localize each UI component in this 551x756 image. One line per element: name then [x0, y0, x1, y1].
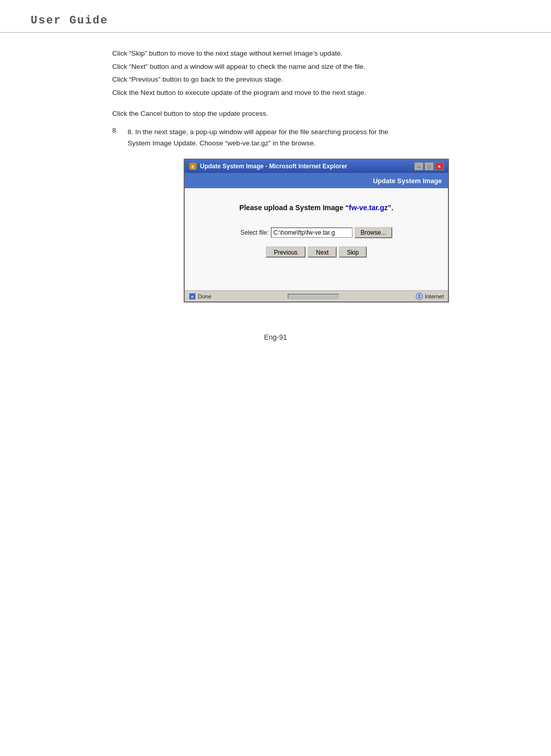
browser-app-icon: e — [189, 162, 197, 170]
update-system-image-label: Update System Image — [373, 177, 442, 185]
browser-window: e Update System Image - Microsoft Intern… — [184, 159, 449, 303]
section-8-line1: 8. In the next stage, a pop-up window wi… — [128, 127, 520, 138]
browser-statusbar: e Done Internet — [185, 290, 448, 301]
instruction-block: Click “Skip” button to move to the next … — [112, 48, 520, 98]
status-middle — [286, 294, 341, 299]
restore-button[interactable]: □ — [424, 162, 434, 170]
close-button[interactable]: × — [435, 162, 444, 170]
select-file-label: Select file: — [240, 229, 268, 236]
instruction-line-3: Click “Previous” button to go back to th… — [112, 74, 520, 85]
page-content: Click “Skip” button to move to the next … — [0, 48, 551, 303]
svg-text:e: e — [191, 294, 194, 299]
minimize-button[interactable]: – — [414, 162, 423, 170]
status-page-icon: e — [189, 293, 196, 300]
upload-title: Please upload a System Image “fw-ve.tar.… — [195, 204, 438, 212]
browse-button[interactable]: Browse... — [355, 227, 392, 238]
page-header: User Guide — [0, 0, 551, 33]
upload-text-suffix: ”. — [388, 204, 393, 212]
instruction-line-1: Click “Skip” button to move to the next … — [112, 48, 520, 59]
navigation-buttons: Previous Next Skip — [195, 246, 438, 258]
page-title: User Guide — [31, 14, 108, 27]
browser-title-text: Update System Image - Microsoft Internet… — [200, 163, 347, 170]
internet-zone-icon — [416, 293, 423, 300]
file-path-display[interactable]: C:\home\ftp\fw-ve.tar.g — [271, 228, 353, 238]
upload-filename: fw-ve.tar.gz — [349, 204, 388, 212]
titlebar-left: e Update System Image - Microsoft Intern… — [189, 162, 347, 170]
previous-button[interactable]: Previous — [266, 246, 306, 258]
upload-text-prefix: Please upload a System Image “ — [239, 204, 349, 212]
status-internet-text: Internet — [425, 293, 444, 299]
page-number: Eng-91 — [264, 333, 287, 341]
page-footer: Eng-91 — [0, 333, 551, 341]
browser-body: Please upload a System Image “fw-ve.tar.… — [185, 188, 448, 290]
status-progress-bar — [288, 294, 339, 299]
instruction-line-2: Click “Next” button and a window will ap… — [112, 61, 520, 72]
next-button[interactable]: Next — [308, 246, 337, 258]
browser-window-controls[interactable]: – □ × — [414, 162, 444, 170]
status-right: Internet — [416, 293, 444, 300]
section-number: 8. — [112, 127, 128, 148]
instruction-line-5: Click the Cancel button to stop the upda… — [112, 108, 520, 119]
status-done-text: Done — [198, 293, 211, 299]
status-left: e Done — [189, 293, 211, 300]
instruction-line-4: Click the Next button to execute update … — [112, 87, 520, 98]
file-select-row: Select file: C:\home\ftp\fw-ve.tar.g Bro… — [195, 227, 438, 238]
browser-header-bar: Update System Image — [185, 173, 448, 188]
browser-titlebar: e Update System Image - Microsoft Intern… — [185, 160, 448, 173]
section-8-text: 8. In the next stage, a pop-up window wi… — [128, 127, 520, 148]
globe-icon — [416, 293, 422, 299]
skip-button[interactable]: Skip — [339, 246, 367, 258]
svg-text:e: e — [191, 164, 194, 169]
section-8-line2: System Image Update. Choose “web-ve.tar.… — [128, 138, 520, 149]
section-8: 8. 8. In the next stage, a pop-up window… — [112, 127, 520, 148]
